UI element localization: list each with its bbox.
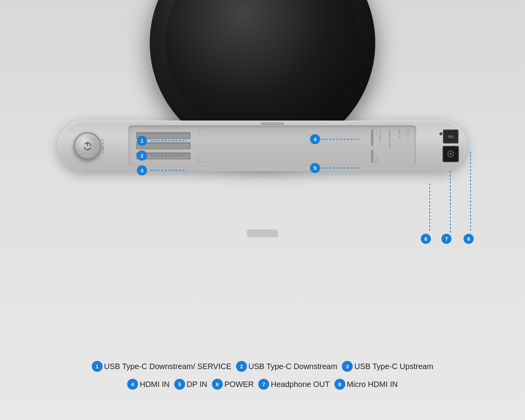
- legend-badge-8-text: 8: [338, 382, 341, 387]
- legend-item-6: 6 POWER: [212, 379, 254, 390]
- headphone-port: [439, 132, 443, 135]
- legend-item-7: 7 Headphone OUT: [258, 379, 329, 390]
- legend-text-6: POWER: [224, 380, 254, 389]
- right-port-slots: [371, 130, 373, 162]
- port-bar: USB 3.0 HDMI1 2.1 MICRO: [58, 121, 467, 171]
- usb-c-port: [448, 135, 453, 138]
- legend-badge-5: 5: [174, 379, 185, 390]
- stand-base: [247, 229, 278, 237]
- legend-badge-3-text: 3: [346, 364, 349, 369]
- legend-badge-1: 1: [92, 361, 103, 372]
- left-usb-slots: [136, 132, 191, 159]
- micro-hdmi-connector: [443, 130, 458, 144]
- power-dc-connector: [443, 146, 459, 162]
- legend-text-2: USB Type-C Downstream: [248, 362, 338, 371]
- legend-item-8: 8 Micro HDMI IN: [334, 379, 398, 390]
- legend-text-5: DP IN: [187, 380, 207, 389]
- headphone-jack: [439, 132, 443, 135]
- legend-badge-4: 4: [127, 379, 138, 390]
- power-icon: [82, 140, 93, 151]
- legend-badge-5-text: 5: [178, 382, 181, 387]
- hdmi2-label-panel: MICRO HDMI 2: [388, 129, 391, 148]
- legend-text-7: Headphone OUT: [271, 380, 329, 389]
- corner-tl: [198, 129, 204, 135]
- panel-notch: [261, 122, 284, 126]
- legend-item-4: 4 HDMI IN: [127, 379, 170, 390]
- hdmi-slot: [371, 130, 373, 146]
- far-right-connectors: [443, 130, 459, 162]
- legend-badge-3: 3: [342, 361, 353, 372]
- scene: USB 3.0 HDMI1 2.1 MICRO: [0, 0, 525, 420]
- dp-label-panel: DP 2.1: [407, 129, 409, 137]
- legend-item-2: 2 USB Type-C Downstream: [236, 361, 338, 372]
- dc-label-panel: DC 20V: [398, 129, 401, 138]
- legend-text-8: Micro HDMI IN: [347, 380, 398, 389]
- hdmi-label-panel: HDMI1 2.1: [379, 129, 381, 142]
- dc-jack-center: [450, 153, 452, 155]
- legend-badge-8: 8: [334, 379, 345, 390]
- legend-text-1: USB Type-C Downstream/ SERVICE: [104, 362, 231, 371]
- legend-badge-1-text: 1: [96, 364, 98, 369]
- legend-badge-7: 7: [258, 379, 269, 390]
- dc-jack: [447, 150, 454, 158]
- port-panel: HDMI1 2.1 MICRO HDMI 2 DC 20V DP 2.1: [128, 125, 416, 166]
- legend: 1 USB Type-C Downstream/ SERVICE 2 USB T…: [49, 361, 476, 397]
- legend-row-1: 1 USB Type-C Downstream/ SERVICE 2 USB T…: [49, 361, 476, 372]
- legend-item-1: 1 USB Type-C Downstream/ SERVICE: [92, 361, 231, 372]
- legend-badge-4-text: 4: [131, 382, 134, 387]
- legend-badge-6-text: 6: [216, 382, 219, 387]
- badge-7-text: 7: [445, 236, 448, 242]
- corner-bl: [198, 157, 204, 163]
- legend-item-5: 5 DP IN: [174, 379, 207, 390]
- legend-badge-2-text: 2: [240, 364, 243, 369]
- legend-badge-7-text: 7: [262, 382, 265, 387]
- legend-text-4: HDMI IN: [140, 380, 170, 389]
- legend-text-3: USB Type-C Upstream: [354, 362, 433, 371]
- badge-8-text: 8: [467, 236, 470, 242]
- legend-item-3: 3 USB Type-C Upstream: [342, 361, 433, 372]
- monitor-back-inner: [165, 0, 360, 140]
- usb-c-slot-1: [136, 132, 191, 139]
- badge-6-circle: [421, 234, 431, 244]
- power-button: [74, 132, 101, 159]
- badge-8-circle: [464, 234, 474, 244]
- dp-slot: [371, 150, 373, 162]
- badge-6-text: 6: [424, 236, 427, 242]
- legend-row-2: 4 HDMI IN 5 DP IN 6 POWER 7 He: [49, 379, 476, 390]
- usb-c-slot-3: [136, 152, 191, 159]
- legend-badge-6: 6: [212, 379, 223, 390]
- usb-c-slot-2: [136, 142, 191, 149]
- badge-7-circle: [441, 234, 452, 244]
- legend-badge-2: 2: [236, 361, 247, 372]
